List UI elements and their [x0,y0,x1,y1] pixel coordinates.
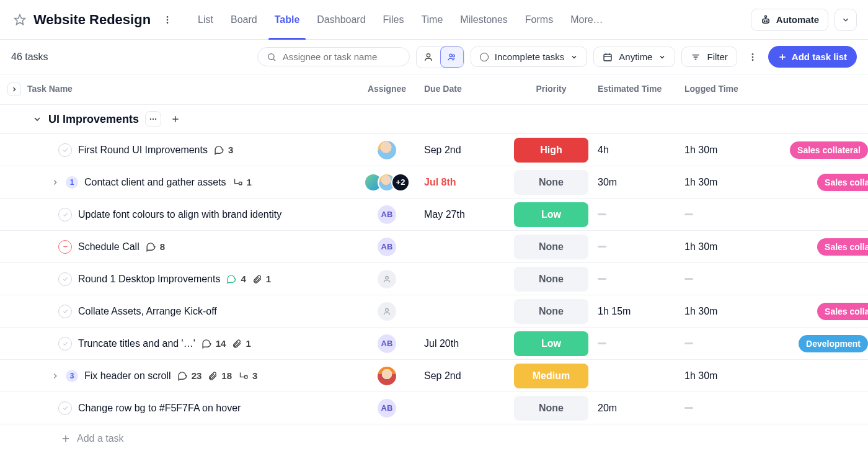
comment-count[interactable]: 14 [202,338,226,349]
priority-badge[interactable]: High [514,138,588,163]
task-name[interactable]: Update font colours to align with brand … [78,209,281,220]
comment-count[interactable]: 3 [214,145,233,155]
search-input-wrap[interactable] [257,47,410,66]
priority-badge[interactable]: Medium [514,364,588,388]
avatar[interactable] [378,367,396,385]
col-due-date[interactable]: Due Date [424,84,505,94]
due-date[interactable]: May 27th [424,209,505,220]
subtask-count[interactable]: 3 [238,370,257,381]
tag-dev[interactable]: Development [799,335,868,352]
logged-time[interactable]: 1h 30m [684,145,717,156]
task-name[interactable]: Round 1 Desktop Improvements [78,274,220,285]
avatar[interactable]: AB [378,205,396,224]
col-task-name[interactable]: Task Name [27,84,350,94]
tab-more[interactable]: More… [570,0,603,39]
toolbar-more-icon[interactable] [743,47,762,68]
expand-subtasks-toggle[interactable] [51,178,60,187]
expand-sidebar-button[interactable] [7,83,21,96]
search-input[interactable] [283,51,401,62]
attachment-count[interactable]: 1 [232,338,250,349]
col-logged-time[interactable]: Logged Time [684,84,771,94]
avatar[interactable] [378,141,396,159]
tag-sales[interactable]: Sales collateral [817,174,868,191]
priority-badge[interactable]: None [514,235,588,259]
estimated-time[interactable]: 30m [598,177,617,188]
tab-files[interactable]: Files [383,0,404,39]
tag-sales[interactable]: Sales collateral [790,141,868,159]
col-assignee[interactable]: Assignee [350,84,424,94]
complete-toggle[interactable] [58,401,72,415]
tag-sales[interactable]: Sales collateral [817,238,868,256]
priority-badge[interactable]: None [514,170,588,195]
col-estimated-time[interactable]: Estimated Time [598,84,684,94]
subtask-count[interactable]: 1 [232,177,252,187]
comment-count[interactable]: 8 [146,241,165,252]
avatar[interactable]: AB [378,334,396,353]
avatar[interactable]: AB [378,399,396,418]
task-name[interactable]: Contact client and gather assets [84,177,226,188]
logged-time[interactable]: 1h 30m [684,370,717,382]
filter-button[interactable]: Filter [681,47,737,67]
group-add-icon[interactable] [167,111,184,127]
col-tags[interactable]: Tags [771,84,868,94]
view-team-button[interactable] [440,47,464,68]
add-task-button[interactable]: Add a task [0,424,868,455]
priority-badge[interactable]: None [514,267,588,292]
priority-badge[interactable]: None [514,299,588,324]
date-filter[interactable]: Anytime [593,47,675,67]
automate-dropdown[interactable] [835,9,857,31]
due-date[interactable]: Jul 20th [424,338,505,349]
project-menu-icon[interactable] [158,11,177,29]
due-date[interactable]: Sep 2nd [424,370,505,382]
group-more-icon[interactable] [145,111,161,127]
task-name[interactable]: Collate Assets, Arrange Kick-off [78,306,217,317]
col-priority[interactable]: Priority [505,84,598,94]
tab-milestones[interactable]: Milestones [460,0,507,39]
complete-toggle[interactable] [58,143,72,157]
priority-badge[interactable]: Low [514,202,588,227]
due-date[interactable]: Jul 8th [424,177,505,188]
attachment-count[interactable]: 18 [208,370,232,381]
tab-forms[interactable]: Forms [525,0,553,39]
priority-badge[interactable]: None [514,396,588,421]
tab-dashboard[interactable]: Dashboard [317,0,365,39]
comment-count[interactable]: 23 [177,370,202,381]
tab-table[interactable]: Table [275,0,300,39]
tab-time[interactable]: Time [421,0,443,39]
tab-board[interactable]: Board [231,0,257,39]
view-single-button[interactable] [417,47,440,68]
estimated-time[interactable]: 20m [598,403,617,414]
tab-list[interactable]: List [198,0,213,39]
status-filter[interactable]: Incomplete tasks [471,47,588,67]
logged-time[interactable]: 1h 30m [684,241,717,253]
task-name[interactable]: Change row bg to #F5F7FA on hover [78,403,241,414]
logged-time[interactable]: 1h 30m [684,177,717,188]
complete-toggle[interactable] [58,337,72,351]
complete-toggle[interactable] [58,208,72,221]
task-name[interactable]: First Round UI Improvements [78,145,208,156]
estimated-time[interactable]: 1h 15m [598,306,631,317]
due-date[interactable]: Sep 2nd [424,145,505,156]
avatar-unassigned[interactable] [378,270,396,288]
group-collapse-toggle[interactable] [32,114,42,124]
complete-toggle[interactable] [58,305,72,318]
priority-badge[interactable]: Low [514,331,588,356]
task-name[interactable]: Schedule Call [78,241,140,253]
complete-toggle[interactable] [58,240,72,254]
star-icon[interactable] [11,11,29,29]
logged-time[interactable]: 1h 30m [684,306,717,317]
task-name[interactable]: Truncate titles and and '…' [78,338,195,349]
avatar[interactable]: AB [378,238,396,256]
automate-button[interactable]: Automate [751,9,828,31]
tag-sales[interactable]: Sales collateral [817,303,868,320]
expand-subtasks-toggle[interactable] [51,372,60,380]
group-title[interactable]: UI Improvements [48,113,139,126]
avatar-group[interactable]: +2 [364,173,410,192]
task-name[interactable]: Fix header on scroll [84,370,171,382]
add-task-list-button[interactable]: Add task list [768,46,857,68]
complete-toggle[interactable] [58,272,72,286]
estimated-time[interactable]: 4h [598,145,609,156]
avatar-unassigned[interactable] [378,302,396,321]
comment-count[interactable]: 4 [226,274,246,284]
attachment-count[interactable]: 1 [252,274,271,284]
